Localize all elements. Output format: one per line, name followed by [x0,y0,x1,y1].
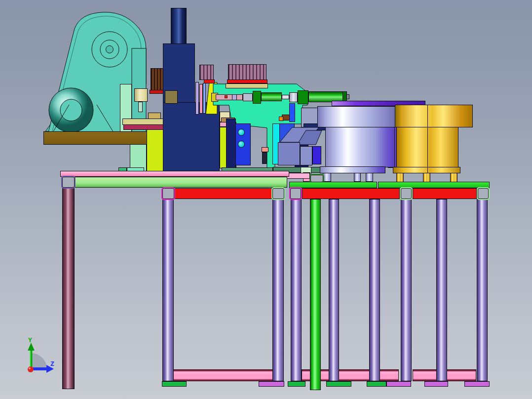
table-right-leg-1[interactable] [291,199,302,381]
bracket-right-magenta [289,187,302,200]
bowl-left-body[interactable] [325,127,395,167]
bowl-left-base[interactable] [320,166,385,173]
bracket-right-green-end [477,187,490,200]
table-left-top-pink[interactable] [60,171,289,177]
table-right-leg-4[interactable] [369,199,380,381]
bowl-right-leg-1 [396,173,404,182]
table-right-leg-green[interactable] [310,199,321,390]
table-left-beam-green[interactable] [63,177,287,188]
table-left-bottom-rail[interactable] [168,369,279,381]
chute-layer [0,0,532,399]
bracket-right-green-mid [400,187,413,200]
bracket-left-green [271,187,285,200]
foot-pad-violet-2 [386,381,411,387]
bowl-left-leg-2 [354,173,361,182]
table-right-leg-7[interactable] [477,199,488,381]
table-left-leg-3[interactable] [272,199,284,381]
table-left-leg-mauve[interactable] [62,178,75,389]
table-left-leg-2[interactable] [162,199,174,381]
cad-viewport: Y Z [0,0,532,399]
foot-pad-violet-4 [464,381,490,387]
chute-body-b[interactable] [300,146,312,165]
chute-body-a[interactable] [278,142,300,165]
table-right-top-green-b[interactable] [378,182,490,188]
foot-pad-green-4 [367,381,386,387]
bowl-right-leg-3 [450,173,457,182]
foot-pad-green-3 [326,381,351,387]
table-right-cross-beam-red-b[interactable] [413,188,477,199]
table-right-leg-5[interactable] [401,199,412,381]
bowl-right-seam [427,105,428,173]
foot-pad-green-2 [288,381,305,387]
bowl-left-leg-3 [366,173,373,182]
foot-pad-green-1 [162,381,187,387]
bowl-left-rim[interactable] [317,106,395,127]
bracket-left-magenta [161,187,175,200]
table-right-cross-beam-red-a[interactable] [302,188,400,199]
table-right-leg-6[interactable] [436,199,447,381]
bowl-right-leg-2 [423,173,430,182]
bracket-mauve-leg [61,176,76,189]
foot-pad-violet-1 [259,381,284,387]
table-right-top-green-a[interactable] [289,182,377,188]
bowl-right-rim[interactable] [395,105,473,127]
chute-body-violet[interactable] [312,146,321,164]
foot-pad-violet-3 [424,381,448,387]
table-right-leg-3[interactable] [329,199,339,381]
table-left-cross-beam-red[interactable] [174,188,273,199]
